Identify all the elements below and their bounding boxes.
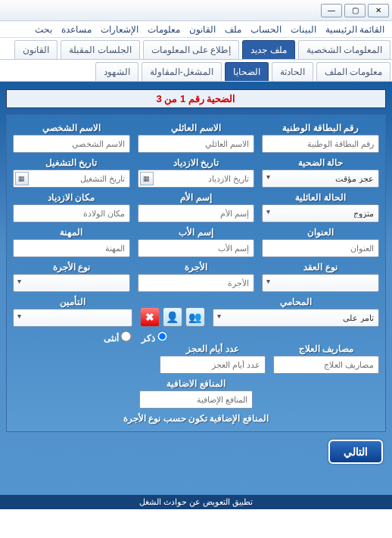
- label-birth-date: تاريخ الازدياد: [138, 157, 255, 168]
- tab-file-info[interactable]: معلومات الملف: [316, 62, 390, 81]
- tab-employer[interactable]: المشغل-المقاولة: [142, 62, 222, 81]
- menu-item[interactable]: الإشعارات: [101, 24, 138, 35]
- delete-button[interactable]: ✖: [140, 307, 160, 327]
- maximize-button[interactable]: ▢: [344, 4, 366, 17]
- address-input[interactable]: [262, 239, 379, 257]
- tab-row-primary: المعلومات الشخصية ملف جديد إطلاع على الم…: [0, 38, 392, 60]
- wage-note: المنافع الإضافية تكون حسب نوع الأجرة: [13, 413, 379, 424]
- minimize-button[interactable]: —: [321, 4, 342, 17]
- tab-victims[interactable]: الضحايا: [225, 62, 269, 81]
- menu-item[interactable]: البينات: [291, 24, 316, 35]
- label-job: المهنة: [13, 227, 130, 238]
- work-date-input[interactable]: [13, 169, 130, 188]
- tab-new-file[interactable]: ملف جديد: [242, 40, 294, 59]
- label-mother-name: إسم الأم: [138, 192, 255, 203]
- wage-type-select[interactable]: [13, 274, 130, 292]
- label-family-name: الاسم العائلي: [138, 123, 255, 133]
- menu-item[interactable]: القانون: [189, 24, 216, 35]
- label-father-name: إسم الأب: [138, 227, 255, 238]
- label-additional-benefits: المنافع الاضافية: [139, 378, 253, 389]
- label-marital: الحالة العائلية: [262, 192, 379, 203]
- label-wage: الأجرة: [138, 262, 255, 272]
- label-nid: رقم البطاقة الوطنية: [262, 123, 379, 133]
- tab-law[interactable]: القانون: [14, 40, 58, 59]
- menu-item[interactable]: الحساب: [250, 24, 282, 35]
- tab-incident[interactable]: الحادثة: [272, 62, 313, 81]
- personal-name-input[interactable]: [13, 135, 130, 153]
- main-panel: الضحية رقم 1 من 3 رقم البطاقة الوطنية ال…: [0, 82, 392, 509]
- close-button[interactable]: ✕: [368, 4, 389, 17]
- label-medical-expenses: مصاريف العلاج: [273, 344, 379, 354]
- tab-witnesses[interactable]: الشهود: [95, 62, 138, 81]
- label-disability-days: عدد أيام العجز: [160, 344, 266, 354]
- tab-row-secondary: معلومات الملف الحادثة الضحايا المشغل-الم…: [0, 60, 392, 82]
- calendar-icon[interactable]: ▦: [15, 172, 29, 185]
- contract-type-select[interactable]: [262, 274, 379, 292]
- calendar-icon[interactable]: ▦: [140, 172, 154, 185]
- menu-bar: القائمة الرئيسية البينات الحساب ملف القا…: [0, 21, 392, 38]
- insurance-select[interactable]: [13, 309, 132, 327]
- job-input[interactable]: [13, 239, 130, 257]
- medical-expenses-input[interactable]: [273, 356, 379, 374]
- gender-radios: ذكر أنثى: [13, 331, 379, 344]
- footer-text: تطبيق التعويض عن حوادث الشغل: [0, 495, 392, 509]
- family-name-input[interactable]: [138, 135, 255, 153]
- menu-item[interactable]: مساعدة: [61, 24, 92, 35]
- menu-item[interactable]: معلومات: [148, 24, 180, 35]
- label-personal-name: الاسم الشخصي: [13, 123, 130, 133]
- birth-place-input[interactable]: [13, 204, 130, 222]
- victim-form: رقم البطاقة الوطنية الاسم العائلي الاسم …: [6, 114, 386, 432]
- wage-input[interactable]: [138, 274, 255, 292]
- father-name-input[interactable]: [138, 239, 255, 257]
- nid-input[interactable]: [262, 135, 379, 153]
- label-wage-type: نوع الأجرة: [13, 262, 130, 272]
- menu-item[interactable]: ملف: [225, 24, 241, 35]
- label-contract-type: نوع العقد: [262, 262, 379, 272]
- tab-view-info[interactable]: إطلاع على المعلومات: [143, 40, 240, 59]
- menu-item[interactable]: القائمة الرئيسية: [325, 24, 384, 35]
- tab-upcoming-sessions[interactable]: الجلسات المقبلة: [61, 40, 139, 59]
- label-work-date: تاريخ التشغيل: [13, 157, 130, 168]
- label-health: حالة الضحية: [262, 157, 379, 168]
- lawyer-select[interactable]: تامر علي: [213, 309, 380, 327]
- label-birth-place: مكان الازدياد: [13, 192, 130, 203]
- additional-benefits-input[interactable]: [139, 390, 253, 409]
- disability-days-input[interactable]: [160, 356, 266, 374]
- radio-male[interactable]: ذكر: [142, 331, 167, 344]
- radio-female[interactable]: أنثى: [104, 331, 131, 344]
- tab-personal-info[interactable]: المعلومات الشخصية: [298, 40, 390, 59]
- label-lawyer: المحامي: [213, 297, 380, 307]
- edit-user-button[interactable]: 👤: [163, 307, 182, 327]
- menu-item[interactable]: بحث: [35, 24, 52, 35]
- health-select[interactable]: عجز مؤقت: [262, 169, 379, 188]
- marital-select[interactable]: متزوج: [262, 204, 379, 222]
- mother-name-input[interactable]: [138, 204, 255, 222]
- birth-date-input[interactable]: [138, 169, 255, 188]
- victim-heading: الضحية رقم 1 من 3: [6, 89, 386, 108]
- add-user-button[interactable]: 👥: [185, 307, 205, 327]
- next-button[interactable]: التالي: [328, 440, 383, 464]
- label-insurance: التأمين: [13, 297, 132, 307]
- window-titlebar: — ▢ ✕: [0, 0, 392, 21]
- label-address: العنوان: [262, 227, 379, 238]
